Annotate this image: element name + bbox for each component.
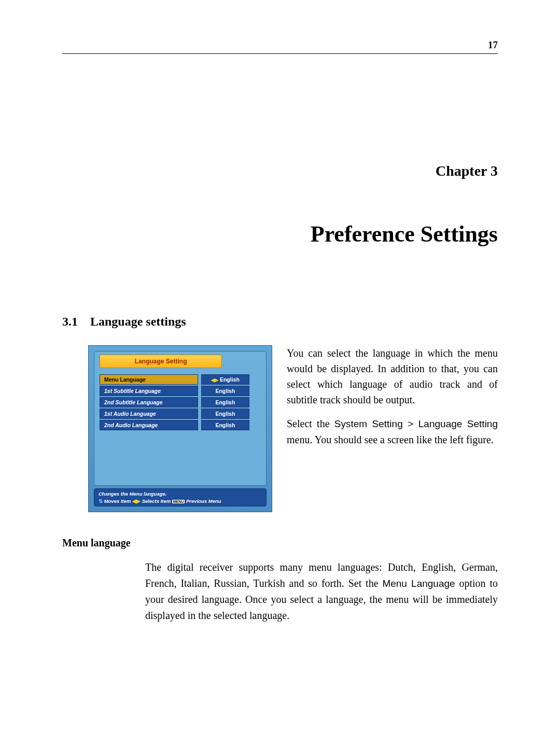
menu-row-label: Menu Language xyxy=(100,374,198,385)
menu-row-value: English xyxy=(201,420,249,430)
screenshot-footer: Changes the Menu language. ⇅ Moves Item … xyxy=(94,488,267,506)
language-setting-screenshot: Language Setting Menu Language ◀▶English… xyxy=(88,345,272,512)
header-rule: 17 xyxy=(62,52,498,54)
intro-paragraph-2: Select the System Setting > Language Set… xyxy=(287,416,498,447)
menu-row-value: English xyxy=(201,409,249,419)
section-heading: 3.1 Language settings xyxy=(62,315,498,329)
section-number: 3.1 xyxy=(62,315,78,328)
menu-path: System Setting > Language Setting xyxy=(334,418,498,429)
option-name: Menu Language xyxy=(382,578,455,589)
menu-button-icon: MENU xyxy=(172,500,185,503)
nav-previous: Previous Menu xyxy=(186,498,221,504)
menu-row-label: 1st Audio Language xyxy=(100,409,198,419)
intro-paragraph-1: You can select the language in which the… xyxy=(287,345,498,407)
page-container: 17 Chapter 3 Preference Settings 3.1 Lan… xyxy=(0,0,560,746)
screenshot-help-line: Changes the Menu language. xyxy=(99,491,262,497)
menu-row-label: 2nd Audio Language xyxy=(100,420,198,430)
screenshot-column: Language Setting Menu Language ◀▶English… xyxy=(88,345,272,512)
screenshot-title-bar: Language Setting xyxy=(100,355,222,368)
screenshot-nav-hints: ⇅ Moves Item ◀▶ Selects Item MENU Previo… xyxy=(99,498,262,504)
nav-selects: Selects Item xyxy=(142,498,171,504)
page-number: 17 xyxy=(488,39,498,51)
left-right-arrows-icon: ◀▶ xyxy=(211,377,218,383)
menu-row-label: 1st Subtitle Language xyxy=(100,386,198,396)
intro-text-column: You can select the language in which the… xyxy=(287,345,498,456)
leftright-arrows-icon: ◀▶ xyxy=(132,498,141,504)
chapter-label: Chapter 3 xyxy=(62,163,498,179)
screenshot-inner-panel: Language Setting Menu Language ◀▶English… xyxy=(94,351,267,486)
menu-row-value: ◀▶English xyxy=(201,374,249,385)
menu-row-0: Menu Language ◀▶English xyxy=(100,374,261,385)
menu-row-value: English xyxy=(201,397,249,407)
menu-row-1: 1st Subtitle Language English xyxy=(100,386,261,396)
figure-and-text: Language Setting Menu Language ◀▶English… xyxy=(62,345,498,512)
chapter-title: Preference Settings xyxy=(62,221,498,247)
nav-moves: Moves Item xyxy=(104,498,131,504)
subheading-menu-language: Menu language xyxy=(62,537,498,549)
menu-row-3: 1st Audio Language English xyxy=(100,409,261,419)
menu-row-4: 2nd Audio Language English xyxy=(100,420,261,430)
menu-row-label: 2nd Subtitle Language xyxy=(100,397,198,407)
section-title: Language settings xyxy=(90,315,186,328)
menu-row-2: 2nd Subtitle Language English xyxy=(100,397,261,407)
body-paragraph: The digital receiver supports many menu … xyxy=(145,559,498,624)
menu-row-value: English xyxy=(201,386,249,396)
updown-arrows-icon: ⇅ xyxy=(99,498,103,504)
